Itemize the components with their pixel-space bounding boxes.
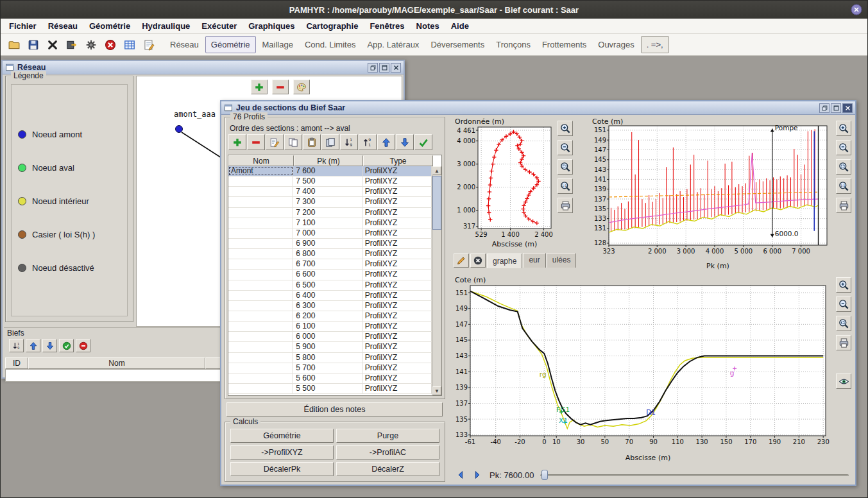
sort-desc-icon[interactable]: 19 [340, 134, 358, 150]
biefs-col-header[interactable]: Nom [28, 357, 205, 369]
plan-view-chart[interactable]: 5291 4002 4004 4614 0003 0002 0001 00031… [454, 117, 555, 249]
pk-slider[interactable] [540, 468, 851, 481]
zoom-sel-icon[interactable] [836, 316, 851, 331]
table-row[interactable]: 6 700ProfilXYZ [228, 259, 432, 270]
sections-window-titlebar[interactable]: Jeu de sections du Bief Saar [221, 101, 855, 115]
tab-ul-es[interactable]: ulées [547, 253, 577, 268]
cross-section-chart[interactable]: -61-40-200103050709011013015017019021023… [454, 275, 833, 463]
longitudinal-profile-chart[interactable]: 3232 0003 0004 0005 0006 0007 0001511491… [591, 117, 833, 271]
arrow-down-icon[interactable] [396, 134, 414, 150]
sort-asc-icon[interactable]: 91 [359, 134, 377, 150]
table-row[interactable]: 6 000ProfilXYZ [228, 332, 432, 342]
table-row[interactable]: 7 500ProfilXYZ [228, 176, 432, 187]
toolbar-maillage[interactable]: Maillage [257, 37, 298, 53]
menu-cartographie[interactable]: Cartographie [300, 20, 364, 32]
reseau-window-titlebar[interactable]: Réseau [3, 61, 404, 74]
scroll-down-icon[interactable]: ▼ [432, 386, 441, 395]
check-icon[interactable] [414, 134, 432, 150]
profils-col-header[interactable]: Nom [228, 155, 294, 166]
arrow-down-icon[interactable] [42, 339, 57, 352]
calc--profilxyz[interactable]: ->ProfilXYZ [230, 445, 334, 459]
close-icon[interactable] [391, 63, 401, 73]
zoom-sel-icon[interactable] [557, 159, 573, 175]
calc-d-calerz[interactable]: DécalerZ [336, 462, 439, 476]
menu-ex-cuter[interactable]: Exécuter [196, 20, 243, 32]
zoom-11-icon[interactable]: 1:1 [557, 178, 573, 194]
toolbar-frottements[interactable]: Frottements [537, 37, 591, 53]
zoom-in-icon[interactable] [557, 121, 573, 136]
table-row[interactable]: 5 600ProfilXYZ [228, 374, 432, 384]
menu-graphiques[interactable]: Graphiques [243, 20, 300, 32]
calc-g-om-trie[interactable]: Géométrie [230, 429, 334, 443]
table-row[interactable]: 6 400ProfilXYZ [228, 291, 432, 301]
export-icon[interactable] [64, 37, 80, 53]
menu-fichier[interactable]: Fichier [3, 20, 42, 32]
slider-handle[interactable] [541, 470, 548, 480]
zoom-11-icon[interactable]: 1:1 [836, 178, 851, 194]
scroll-up-icon[interactable]: ▲ [432, 166, 441, 175]
print-icon[interactable] [836, 335, 851, 350]
toolbar-ouvrages[interactable]: Ouvrages [593, 37, 639, 53]
menu-g-om-trie[interactable]: Géométrie [83, 20, 136, 32]
table-row[interactable]: 6 500ProfilXYZ [228, 280, 432, 291]
zoom-out-icon[interactable] [836, 296, 851, 312]
calc-purge[interactable]: Purge [336, 429, 439, 443]
arrow-up-icon[interactable] [377, 134, 395, 150]
app-close-button[interactable] [851, 4, 862, 15]
toolbar-r-seau[interactable]: Réseau [165, 37, 204, 53]
table-row[interactable]: 5 500ProfilXYZ [228, 384, 432, 394]
calc--profilac[interactable]: ->ProfilAC [336, 445, 439, 459]
slider-track[interactable] [540, 474, 849, 476]
stop-icon[interactable] [102, 37, 119, 53]
menu-r-seau[interactable]: Réseau [42, 20, 83, 32]
table-row[interactable]: 5 700ProfilXYZ [228, 363, 432, 374]
maximize-icon[interactable] [831, 103, 841, 113]
menu-aide[interactable]: Aide [445, 20, 475, 32]
table-row[interactable]: Amont7 600ProfilXYZ [228, 166, 432, 176]
biefs-col-header[interactable]: ID [5, 357, 28, 369]
toolbar-tron-ons[interactable]: Tronçons [491, 37, 536, 53]
dup-icon[interactable] [321, 134, 339, 150]
print-icon[interactable] [557, 198, 573, 213]
table-row[interactable]: 6 900ProfilXYZ [228, 239, 432, 249]
dark-x-icon[interactable] [470, 253, 486, 268]
maximize-icon[interactable] [379, 63, 389, 73]
tab-graphe[interactable]: graphe [487, 253, 522, 268]
previous-section-icon[interactable] [454, 468, 468, 481]
print-icon[interactable] [836, 198, 851, 213]
table-row[interactable]: 7 300ProfilXYZ [228, 197, 432, 207]
plus-icon[interactable] [228, 134, 246, 150]
copy-icon[interactable] [284, 134, 302, 150]
table-row[interactable]: 7 100ProfilXYZ [228, 218, 432, 228]
minus-icon[interactable] [247, 134, 265, 150]
edition-notes-button[interactable]: Édition des notes [226, 402, 443, 416]
tab-eur[interactable]: eur [523, 253, 545, 268]
table-icon[interactable] [121, 37, 138, 53]
calc-d-calerpk[interactable]: DécalerPk [230, 462, 334, 476]
zoom-out-icon[interactable] [836, 140, 851, 155]
save-icon[interactable] [25, 37, 42, 53]
toolbar-d-versements[interactable]: Déversements [425, 37, 489, 53]
arrow-up-icon[interactable] [26, 339, 40, 352]
scrollbar-thumb[interactable] [432, 176, 441, 230]
table-row[interactable]: 6 100ProfilXYZ [228, 322, 432, 332]
table-scrollbar[interactable]: ▲ ▼ [432, 166, 441, 395]
minimize-icon[interactable] [368, 63, 378, 73]
table-row[interactable]: 6 600ProfilXYZ [228, 270, 432, 280]
zoom-out-icon[interactable] [557, 140, 573, 155]
toolbar-g-om-trie[interactable]: Géométrie [205, 36, 256, 53]
menu-hydraulique[interactable]: Hydraulique [136, 20, 196, 32]
zoom-in-icon[interactable] [836, 277, 851, 293]
toolbar-app-lat-raux[interactable]: App. Latéraux [362, 37, 424, 53]
profils-col-header[interactable]: Type [363, 155, 433, 166]
menu-notes[interactable]: Notes [411, 20, 445, 32]
zoom-in-icon[interactable] [836, 121, 851, 136]
table-row[interactable]: 6 300ProfilXYZ [228, 301, 432, 311]
sort-desc-icon[interactable]: 19 [9, 339, 24, 352]
toolbar-cond-limites[interactable]: Cond. Limites [300, 37, 361, 53]
pencil-icon[interactable] [454, 253, 469, 268]
next-section-icon[interactable] [470, 468, 484, 481]
table-row[interactable]: 6 800ProfilXYZ [228, 249, 432, 259]
minus-circle-icon[interactable] [76, 339, 90, 352]
folder-icon[interactable] [6, 37, 22, 53]
